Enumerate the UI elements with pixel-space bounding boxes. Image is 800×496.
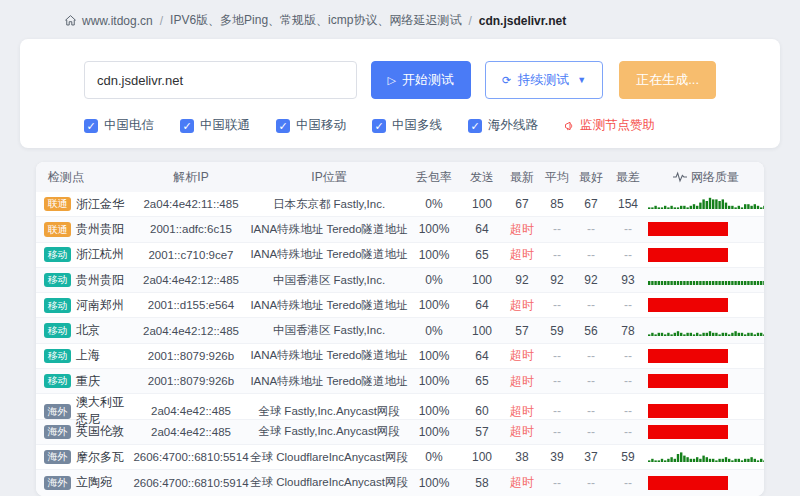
column-header-2: IP位置 [250,169,408,186]
host-input[interactable] [84,61,357,99]
loss-rate: 100% [408,349,460,363]
filter-label: 中国联通 [200,117,250,134]
table-row: 移动北京2a04:4e42:12::485中国香港区 Fastly,Inc.0%… [36,318,764,343]
sent-count: 64 [460,222,504,236]
breadcrumb-category-link[interactable]: IPV6版、多地Ping、常规版、icmp协议、网络延迟测试 [170,12,461,29]
network-quality-cell [648,347,764,365]
ip-location: IANA特殊地址 Teredo隧道地址 [250,222,408,237]
loss-rate: 0% [408,197,460,211]
filter-item-1[interactable]: ✓中国联通 [180,117,250,134]
isp-badge: 海外 [44,476,71,491]
packet-loss-bar [648,296,764,314]
sponsor-link[interactable]: 监测节点赞助 [564,117,655,134]
avg-latency: -- [540,404,574,418]
node-cell: 移动贵州贵阳 [36,272,132,289]
search-card: ▷ 开始测试 ⟳ 持续测试 ▼ 正在生成... ✓中国电信✓中国联通✓中国移动✓… [20,39,780,148]
worst-latency: -- [608,298,648,312]
best-latency: -- [574,222,608,236]
page: www.itdog.cn / IPV6版、多地Ping、常规版、icmp协议、网… [0,0,800,496]
worst-latency: 59 [608,450,648,464]
breadcrumb-separator: / [468,14,471,28]
table-row: 移动贵州贵阳2a04:4e42:12::485中国香港区 Fastly,Inc.… [36,268,764,293]
packet-loss-bar [648,246,764,264]
network-quality-cell [648,195,764,213]
resolved-ip: 2001::8079:926b [132,375,250,387]
best-latency: 92 [574,273,608,287]
ip-location: IANA特殊地址 Teredo隧道地址 [250,374,408,389]
node-name: 河南郑州 [76,297,124,314]
avg-latency: -- [540,476,574,490]
best-latency: -- [574,374,608,388]
worst-latency: 78 [608,324,648,338]
ip-location: 日本东京都 Fastly,Inc. [250,197,408,212]
packet-loss-bar [648,347,764,365]
worst-latency: -- [608,476,648,490]
node-cell: 移动河南郑州 [36,297,132,314]
generating-button[interactable]: 正在生成... [619,61,716,99]
breadcrumb-home-link[interactable]: www.itdog.cn [82,14,153,28]
sent-count: 64 [460,298,504,312]
isp-badge: 移动 [44,247,71,262]
node-name: 浙江杭州 [76,246,124,263]
start-test-button[interactable]: ▷ 开始测试 [371,61,471,99]
worst-latency: -- [608,248,648,262]
latest-latency: 57 [504,324,540,338]
resolved-ip: 2a04:4e42:11::485 [132,198,250,210]
packet-loss-bar [648,372,764,390]
checkbox-checked-icon[interactable]: ✓ [84,119,98,133]
checkbox-checked-icon[interactable]: ✓ [468,119,482,133]
network-quality-cell [648,402,764,420]
filter-item-4[interactable]: ✓海外线路 [468,117,538,134]
table-row: 联通贵州贵阳2001::adfc:6c15IANA特殊地址 Teredo隧道地址… [36,217,764,242]
network-quality-cell [648,322,764,340]
resolved-ip: 2a04:4e42::485 [132,405,250,417]
sent-count: 60 [460,404,504,418]
breadcrumb-separator: / [160,14,163,28]
packet-loss-bar [648,402,764,420]
node-name: 贵州贵阳 [76,272,124,289]
isp-badge: 海外 [44,404,71,419]
filter-item-0[interactable]: ✓中国电信 [84,117,154,134]
isp-badge: 联通 [44,197,71,212]
latest-latency: 超时 [504,347,540,364]
node-cell: 移动重庆 [36,373,132,390]
latest-latency: 92 [504,273,540,287]
node-name: 摩尔多瓦 [76,449,124,466]
node-cell: 移动上海 [36,347,132,364]
sent-count: 57 [460,425,504,439]
checkbox-checked-icon[interactable]: ✓ [276,119,290,133]
filter-label: 中国电信 [104,117,154,134]
continuous-test-button[interactable]: ⟳ 持续测试 ▼ [485,61,603,99]
network-quality-cell [648,474,764,492]
loss-rate: 0% [408,273,460,287]
filter-label: 中国移动 [296,117,346,134]
resolved-ip: 2001::8079:926b [132,350,250,362]
home-icon [64,14,77,27]
megaphone-icon [564,120,576,132]
node-cell: 联通贵州贵阳 [36,221,132,238]
filter-item-2[interactable]: ✓中国移动 [276,117,346,134]
column-header-3: 丢包率 [408,169,460,186]
isp-badge: 移动 [44,298,71,313]
breadcrumb: www.itdog.cn / IPV6版、多地Ping、常规版、icmp协议、网… [0,0,800,29]
column-header-8: 最差 [608,169,648,186]
latest-latency: 超时 [504,221,540,238]
worst-latency: 154 [608,197,648,211]
table-row: 移动上海2001::8079:926bIANA特殊地址 Teredo隧道地址10… [36,344,764,369]
network-quality-cell [648,423,764,441]
continuous-test-label: 持续测试 [517,71,569,89]
latest-latency: 超时 [504,403,540,420]
results-table: 检测点解析IPIP位置丢包率发送最新平均最好最差网络质量 联通浙江金华2a04:… [36,162,764,496]
table-row: 移动浙江杭州2001::c710:9ce7IANA特殊地址 Teredo隧道地址… [36,243,764,268]
loss-rate: 100% [408,404,460,418]
isp-badge: 移动 [44,323,71,338]
best-latency: -- [574,425,608,439]
column-header-4: 发送 [460,169,504,186]
node-name: 上海 [76,347,100,364]
column-header-1: 解析IP [132,169,250,186]
filter-item-3[interactable]: ✓中国多线 [372,117,442,134]
checkbox-checked-icon[interactable]: ✓ [372,119,386,133]
best-latency: 56 [574,324,608,338]
worst-latency: -- [608,222,648,236]
checkbox-checked-icon[interactable]: ✓ [180,119,194,133]
